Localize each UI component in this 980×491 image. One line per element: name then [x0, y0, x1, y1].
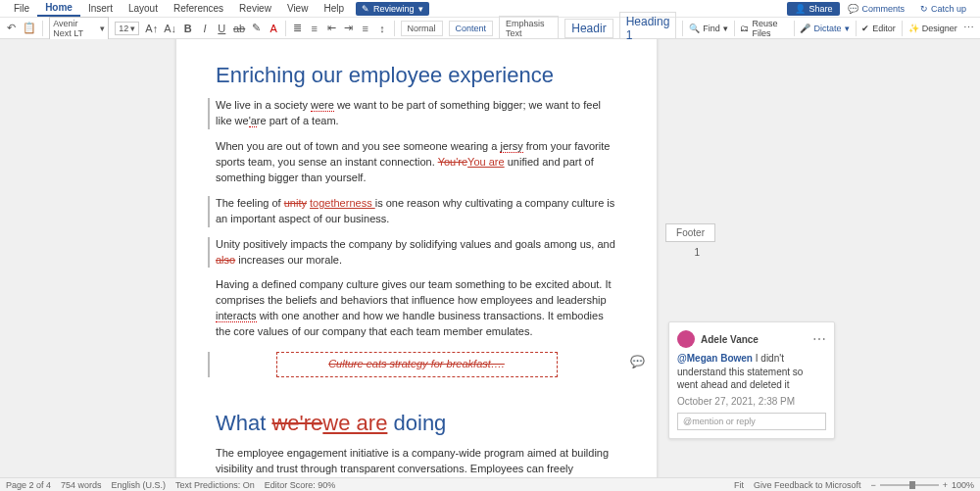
para-2[interactable]: When you are out of town and you see som…	[216, 139, 617, 186]
tracked-insert[interactable]: togetherness	[310, 197, 375, 209]
zoom-in-icon[interactable]: +	[943, 480, 948, 490]
font-size-label: 12	[119, 24, 128, 33]
para-5[interactable]: Having a defined company culture gives o…	[216, 277, 617, 340]
comments-button[interactable]: 💬 Comments	[840, 2, 912, 16]
menu-layout[interactable]: Layout	[121, 1, 166, 16]
font-color-icon[interactable]: A	[269, 22, 279, 35]
designer-button[interactable]: ✨ Designer	[908, 24, 957, 33]
tracked-delete[interactable]: unity	[284, 197, 307, 209]
para-3[interactable]: The feeling of unity togetherness is one…	[208, 196, 617, 227]
quote-text: Culture eats strategy for breakfast….	[328, 358, 505, 369]
avatar	[677, 330, 695, 348]
tracked-insert[interactable]: we are	[322, 411, 387, 435]
quote-para[interactable]: Culture eats strategy for breakfast…. 💬	[208, 352, 617, 377]
para-4[interactable]: Unity positively impacts the company by …	[208, 237, 617, 269]
menu-references[interactable]: References	[166, 1, 231, 16]
status-page[interactable]: Page 2 of 4	[6, 480, 51, 490]
text: increases our morale.	[235, 254, 342, 266]
menu-help[interactable]: Help	[316, 1, 352, 16]
mention[interactable]: @Megan Bowen	[677, 353, 753, 364]
bullets-icon[interactable]: ≣	[292, 22, 303, 35]
comment-author: Adele Vance	[701, 334, 759, 345]
shrink-font-icon[interactable]: A↓	[164, 22, 176, 35]
heading-2[interactable]: What we'rewe are doing	[216, 411, 617, 436]
editor-label: Editor	[872, 24, 896, 33]
deleted-quote[interactable]: Culture eats strategy for breakfast….	[276, 352, 558, 377]
para-6[interactable]: The employee engagement initiative is a …	[216, 446, 617, 477]
status-bar: Page 2 of 4 754 words English (U.S.) Tex…	[0, 477, 980, 491]
tracked-delete[interactable]: You're	[438, 156, 467, 168]
grammar-error[interactable]: interacts	[216, 310, 257, 322]
menu-bar: File Home Insert Layout References Revie…	[0, 0, 980, 18]
style-normal[interactable]: Normal	[401, 21, 443, 36]
text: We live in a society	[216, 99, 311, 111]
text: Unity positively impacts the company by …	[216, 238, 615, 250]
style-headir[interactable]: Headir	[564, 19, 612, 38]
zoom-control[interactable]: − + 100%	[870, 480, 974, 490]
style-emphasis[interactable]: Emphasis Text	[499, 16, 559, 41]
bold-button[interactable]: B	[182, 22, 193, 35]
dictate-button[interactable]: 🎤 Dictate ▾	[800, 24, 849, 33]
menu-home[interactable]: Home	[37, 0, 80, 17]
reuse-files-button[interactable]: 🗂 Reuse Files	[740, 19, 787, 38]
outdent-icon[interactable]: ⇤	[325, 22, 336, 35]
tracked-insert[interactable]: You are	[467, 156, 505, 168]
page[interactable]: Enriching our employee experience We liv…	[176, 39, 657, 477]
zoom-slider[interactable]	[880, 484, 939, 486]
status-language[interactable]: English (U.S.)	[112, 480, 167, 490]
grow-font-icon[interactable]: A↑	[145, 22, 158, 35]
font-family-select[interactable]: Avenir Next LT▾	[49, 17, 109, 40]
comment-glyph-icon[interactable]: 💬	[630, 354, 645, 370]
menu-file[interactable]: File	[6, 1, 37, 16]
reviewing-mode-button[interactable]: ✎ Reviewing ▾	[356, 2, 429, 16]
zoom-value: 100%	[952, 480, 974, 490]
strike-button[interactable]: ab	[233, 22, 245, 35]
editor-button[interactable]: ✔ Editor	[861, 24, 896, 33]
more-icon[interactable]: ⋯	[963, 22, 974, 35]
catchup-label: Catch up	[931, 4, 966, 14]
dictate-label: Dictate	[813, 24, 841, 33]
text: with one another and how we handle busin…	[216, 310, 604, 337]
share-button[interactable]: 👤 Share	[787, 2, 840, 16]
style-content[interactable]: Content	[449, 21, 494, 36]
indent-icon[interactable]: ⇥	[343, 22, 354, 35]
status-fit[interactable]: Fit	[734, 480, 744, 490]
tracked-delete[interactable]: we're	[271, 411, 322, 435]
menu-view[interactable]: View	[279, 1, 317, 16]
numbering-icon[interactable]: ≡	[309, 22, 319, 35]
comment-card[interactable]: Adele Vance ⋯ @Megan Bowen I didn't unde…	[668, 321, 835, 439]
status-feedback[interactable]: Give Feedback to Microsoft	[754, 480, 861, 490]
spacing-icon[interactable]: ↕	[376, 22, 387, 35]
font-family-label: Avenir Next LT	[53, 19, 98, 38]
spelling-error[interactable]: jersy	[500, 140, 522, 153]
zoom-out-icon[interactable]: −	[870, 480, 875, 490]
page-number-label: 1	[694, 247, 700, 258]
underline-button[interactable]: U	[217, 22, 227, 35]
comment-body: @Megan Bowen I didn't understand this st…	[677, 352, 826, 392]
comments-label: Comments	[861, 4, 905, 14]
spelling-error[interactable]: 'a	[249, 115, 257, 127]
menu-review[interactable]: Review	[231, 1, 279, 16]
italic-button[interactable]: I	[199, 22, 210, 35]
status-words[interactable]: 754 words	[61, 480, 102, 490]
status-editor-score[interactable]: Editor Score: 90%	[265, 480, 336, 490]
comment-menu-icon[interactable]: ⋯	[812, 336, 826, 342]
menu-insert[interactable]: Insert	[80, 1, 121, 16]
font-size-select[interactable]: 12▾	[115, 22, 139, 35]
share-label: Share	[808, 4, 832, 14]
reply-input[interactable]: @mention or reply	[677, 413, 826, 430]
status-predictions[interactable]: Text Predictions: On	[175, 480, 255, 490]
para-1[interactable]: We live in a society were we want to be …	[208, 98, 617, 129]
tracked-delete[interactable]: also	[216, 254, 235, 266]
text: re part of a team.	[257, 115, 339, 126]
footer-label[interactable]: Footer	[665, 223, 715, 242]
paste-icon[interactable]: 📋	[23, 22, 36, 35]
find-button[interactable]: 🔍 Find ▾	[689, 24, 728, 33]
catchup-button[interactable]: ↻ Catch up	[912, 2, 974, 16]
highlight-icon[interactable]: ✎	[251, 22, 262, 35]
heading-1[interactable]: Enriching our employee experience	[216, 63, 617, 88]
spelling-error[interactable]: were	[311, 99, 334, 112]
reviewing-label: Reviewing	[373, 4, 415, 14]
undo-icon[interactable]: ↶	[6, 22, 17, 35]
align-icon[interactable]: ≡	[360, 22, 370, 35]
